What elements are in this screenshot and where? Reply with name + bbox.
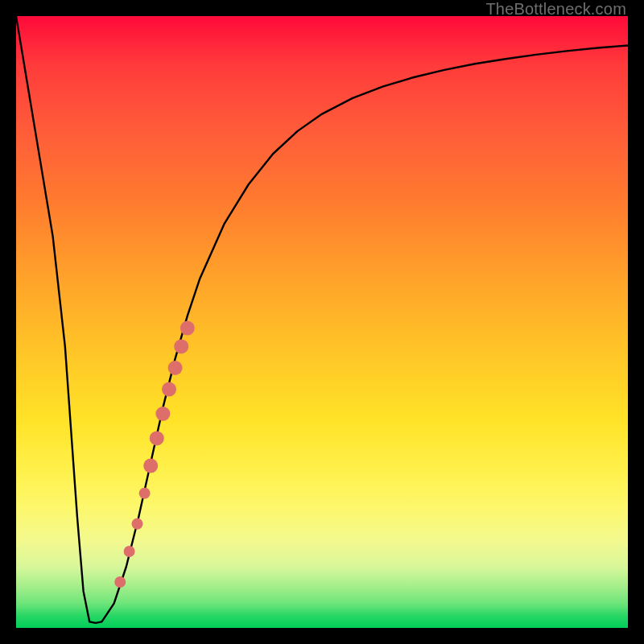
curve-marker xyxy=(155,407,170,421)
curve-marker xyxy=(143,459,158,473)
chart-svg xyxy=(16,16,628,628)
curve-marker xyxy=(168,361,183,375)
curve-marker xyxy=(150,431,164,445)
curve-marker xyxy=(162,382,176,397)
curve-marker xyxy=(131,518,142,530)
curve-marker xyxy=(139,488,151,499)
curve-marker xyxy=(174,339,188,353)
curve-marker xyxy=(114,576,126,588)
curve-marker xyxy=(124,546,135,557)
curve-marker xyxy=(180,321,195,336)
curve-markers xyxy=(114,321,195,588)
chart-plot-area xyxy=(16,16,628,628)
chart-frame: TheBottleneck.com xyxy=(0,0,644,644)
bottleneck-curve xyxy=(16,16,628,623)
